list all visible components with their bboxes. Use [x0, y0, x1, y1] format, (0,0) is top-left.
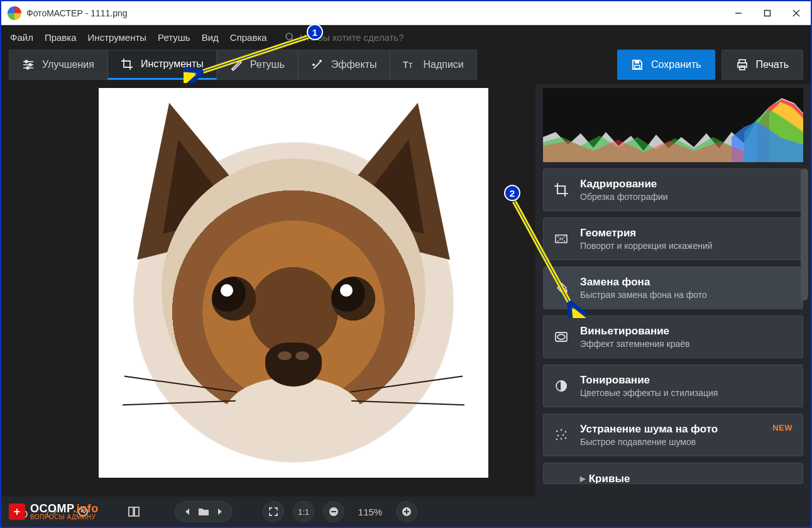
- tool-bg-desc: Быстрая замена фона на фото: [580, 290, 793, 300]
- menu-tools[interactable]: Инструменты: [88, 32, 147, 43]
- image-content: [99, 88, 488, 478]
- tool-bg-title: Замена фона: [580, 276, 793, 289]
- menu-file[interactable]: Файл: [10, 32, 33, 43]
- window-title: ФотоМАСТЕР - 1111.png: [26, 8, 128, 18]
- tool-curves[interactable]: Кривые: [543, 463, 803, 484]
- panel-scrollbar[interactable]: [801, 168, 809, 497]
- tool-denoise-title: Устранение шума на фото: [580, 423, 793, 436]
- menu-bar: Файл Правка Инструменты Ретушь Вид Справ…: [1, 25, 811, 49]
- tab-effects-label: Эффекты: [331, 59, 377, 70]
- svg-point-32: [565, 431, 567, 433]
- brush-icon: [230, 58, 243, 71]
- print-icon: [736, 58, 749, 71]
- sliders-icon: [22, 58, 35, 71]
- watermark: + OCOMP.info ВОПРОСЫ АДМИНУ: [9, 503, 99, 520]
- prev-file-button[interactable]: [183, 507, 192, 516]
- svg-text:T: T: [409, 62, 414, 69]
- crop-icon: [552, 181, 570, 199]
- vignette-icon: [552, 328, 570, 346]
- compare-button[interactable]: [123, 501, 145, 522]
- tool-background-replace[interactable]: Замена фона Быстрая замена фона на фото: [543, 267, 803, 309]
- svg-rect-15: [635, 65, 640, 69]
- svg-rect-42: [331, 511, 336, 512]
- menu-view[interactable]: Вид: [202, 32, 219, 43]
- menu-retouch[interactable]: Ретушь: [158, 32, 190, 43]
- svg-point-4: [286, 33, 292, 40]
- window-titlebar: ФотоМАСТЕР - 1111.png: [1, 1, 811, 25]
- svg-rect-39: [129, 507, 133, 516]
- zoom-in-button[interactable]: [396, 501, 417, 522]
- tool-curves-title: Кривые: [580, 472, 793, 484]
- svg-rect-17: [738, 63, 747, 67]
- search-icon: [285, 32, 295, 42]
- tool-crop[interactable]: Кадрирование Обрезка фотографии: [543, 168, 803, 211]
- tab-text-label: Надписи: [423, 59, 463, 70]
- print-label: Печать: [756, 59, 789, 70]
- noise-icon: [552, 426, 570, 444]
- svg-point-9: [25, 60, 28, 63]
- right-panel: Кадрирование Обрезка фотографии Геометри…: [535, 84, 811, 497]
- watermark-badge: +: [9, 503, 25, 520]
- tab-enhance[interactable]: Улучшения: [9, 50, 107, 80]
- tool-crop-title: Кадрирование: [580, 178, 793, 190]
- tab-tools[interactable]: Инструменты: [107, 50, 217, 80]
- tool-geometry-title: Геометрия: [580, 227, 793, 239]
- tool-vignette[interactable]: Виньетирование Эффект затемнения краёв: [543, 316, 803, 358]
- top-tabs: Улучшения Инструменты Ретушь Эффекты TT …: [1, 49, 811, 84]
- tab-enhance-label: Улучшения: [42, 59, 94, 70]
- svg-point-28: [557, 334, 565, 339]
- save-icon: [631, 58, 644, 71]
- tool-toning-desc: Цветовые эффекты и стилизация: [580, 388, 793, 398]
- app-icon: [8, 6, 21, 20]
- tab-effects[interactable]: Эффекты: [298, 50, 390, 80]
- tab-retouch[interactable]: Ретушь: [217, 50, 298, 80]
- histogram[interactable]: [543, 88, 803, 162]
- svg-point-11: [26, 67, 29, 69]
- tab-tools-label: Инструменты: [141, 58, 204, 70]
- new-badge: NEW: [772, 423, 793, 432]
- canvas-area[interactable]: [1, 84, 535, 497]
- next-file-button[interactable]: [216, 507, 224, 516]
- ratio-label: 1:1: [298, 507, 309, 517]
- open-file-button[interactable]: [198, 507, 209, 517]
- actual-size-button[interactable]: 1:1: [293, 501, 314, 522]
- zoom-out-button[interactable]: [323, 501, 344, 522]
- svg-line-5: [292, 39, 294, 41]
- fit-screen-button[interactable]: [263, 501, 284, 522]
- tool-toning[interactable]: Тонирование Цветовые эффекты и стилизаци…: [543, 365, 803, 407]
- maximize-button[interactable]: [753, 1, 782, 25]
- svg-point-36: [561, 438, 562, 440]
- tool-denoise-desc: Быстрое подавление шумов: [580, 437, 793, 447]
- file-nav-group: [175, 501, 233, 522]
- annotation-callout-2: 2: [504, 185, 520, 201]
- wand-icon: [311, 58, 324, 71]
- minimize-button[interactable]: [724, 1, 753, 25]
- close-button[interactable]: [782, 1, 811, 25]
- watermark-main2: .info: [73, 502, 99, 515]
- text-icon: TT: [403, 58, 415, 71]
- svg-text:T: T: [403, 60, 409, 70]
- print-button[interactable]: Печать: [721, 50, 803, 80]
- image-canvas[interactable]: [99, 88, 488, 478]
- tools-list[interactable]: Кадрирование Обрезка фотографии Геометри…: [535, 168, 811, 497]
- zoom-value: 115%: [353, 507, 387, 517]
- svg-point-37: [565, 437, 567, 439]
- scrollbar-thumb[interactable]: [801, 168, 808, 300]
- save-label: Сохранить: [651, 59, 701, 70]
- menu-edit[interactable]: Правка: [45, 32, 77, 43]
- tab-text[interactable]: TT Надписи: [390, 50, 476, 80]
- svg-rect-26: [556, 235, 567, 243]
- menu-help[interactable]: Справка: [230, 32, 267, 43]
- tool-geometry-desc: Поворот и коррекция искажений: [580, 241, 793, 251]
- annotation-callout-1: 1: [307, 24, 323, 40]
- tool-denoise[interactable]: Устранение шума на фото Быстрое подавлен…: [543, 414, 803, 456]
- tool-crop-desc: Обрезка фотографии: [580, 192, 793, 202]
- svg-rect-40: [134, 507, 139, 516]
- svg-point-33: [557, 435, 559, 437]
- svg-rect-18: [740, 66, 745, 70]
- tool-vignette-desc: Эффект затемнения краёв: [580, 339, 793, 349]
- svg-rect-14: [635, 60, 639, 63]
- tool-toning-title: Тонирование: [580, 374, 793, 387]
- tool-geometry[interactable]: Геометрия Поворот и коррекция искажений: [543, 217, 803, 260]
- save-button[interactable]: Сохранить: [617, 50, 715, 80]
